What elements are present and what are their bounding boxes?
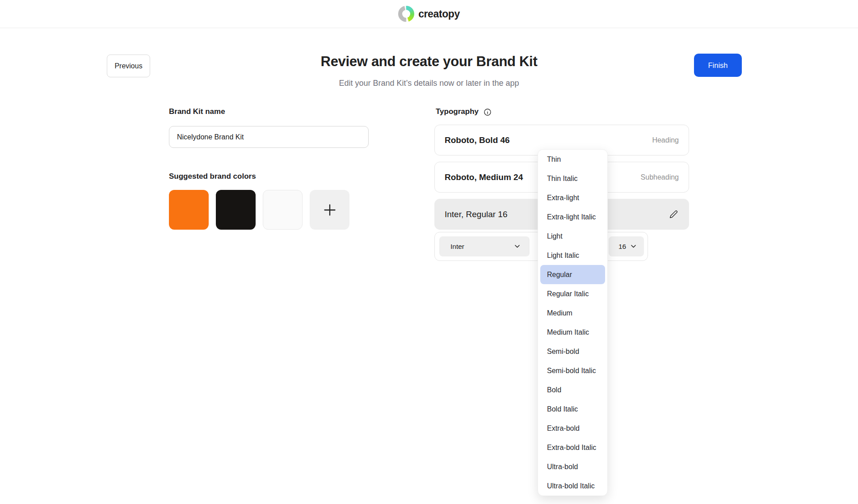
font-weight-option[interactable]: Bold — [538, 380, 607, 399]
plus-icon — [322, 202, 338, 218]
font-weight-option[interactable]: Semi-bold Italic — [538, 361, 607, 380]
top-bar: creatopy — [0, 0, 858, 28]
suggested-colors-label: Suggested brand colors — [169, 172, 256, 181]
brand-color-swatches — [169, 190, 349, 230]
font-weight-option[interactable]: Semi-bold — [538, 342, 607, 361]
brand-kit-review-page: creatopy Previous Review and create your… — [0, 0, 858, 504]
creatopy-logo: creatopy — [398, 6, 460, 22]
font-weight-option[interactable]: Light — [538, 227, 607, 246]
font-weight-option[interactable]: Light Italic — [538, 246, 607, 265]
brand-kit-name-input[interactable] — [169, 126, 369, 148]
font-weight-option[interactable]: Extra-light Italic — [538, 207, 607, 227]
add-color-button[interactable] — [310, 190, 349, 230]
pencil-icon[interactable] — [669, 209, 679, 219]
typography-row-text: Roboto, Bold 46 — [445, 135, 652, 145]
info-icon[interactable] — [484, 108, 492, 116]
font-weight-option[interactable]: Thin — [538, 150, 607, 169]
font-size-select-value: 16 — [618, 243, 626, 251]
font-weight-option[interactable]: Extra-light — [538, 188, 607, 207]
font-size-select[interactable]: 16 — [609, 236, 644, 256]
font-weight-option[interactable]: Ultra-bold Italic — [538, 476, 607, 496]
page-subtitle: Edit your Brand Kit’s details now or lat… — [0, 79, 858, 88]
font-weight-option[interactable]: Medium Italic — [538, 323, 607, 342]
font-weight-option[interactable]: Thin Italic — [538, 169, 607, 188]
typography-row-tag: Subheading — [641, 173, 679, 181]
font-weight-option[interactable]: Extra-bold Italic — [538, 438, 607, 457]
brand-color-swatch[interactable] — [263, 190, 303, 230]
brand-kit-name-label: Brand Kit name — [169, 107, 225, 116]
finish-button[interactable]: Finish — [694, 54, 742, 77]
typography-label: Typography — [436, 107, 479, 116]
font-weight-option[interactable]: Regular Italic — [538, 284, 607, 303]
typography-row-tag: Heading — [652, 136, 679, 144]
creatopy-logo-text: creatopy — [418, 8, 460, 20]
font-family-select-value: Inter — [450, 243, 464, 251]
creatopy-logo-icon — [398, 6, 414, 22]
brand-color-swatch[interactable] — [216, 190, 256, 230]
font-weight-option[interactable]: Ultra-bold — [538, 457, 607, 476]
font-weight-option[interactable]: Bold Italic — [538, 399, 607, 419]
brand-color-swatch[interactable] — [169, 190, 209, 230]
font-weight-option[interactable]: Regular — [540, 265, 605, 284]
font-weight-option[interactable]: Extra-bold — [538, 419, 607, 438]
font-family-select[interactable]: Inter — [439, 236, 530, 256]
chevron-down-icon — [515, 245, 520, 248]
font-weight-menu: Thin Thin Italic Extra-light Extra-light… — [538, 149, 608, 496]
chevron-down-icon — [631, 245, 636, 248]
font-weight-option[interactable]: Medium — [538, 303, 607, 323]
